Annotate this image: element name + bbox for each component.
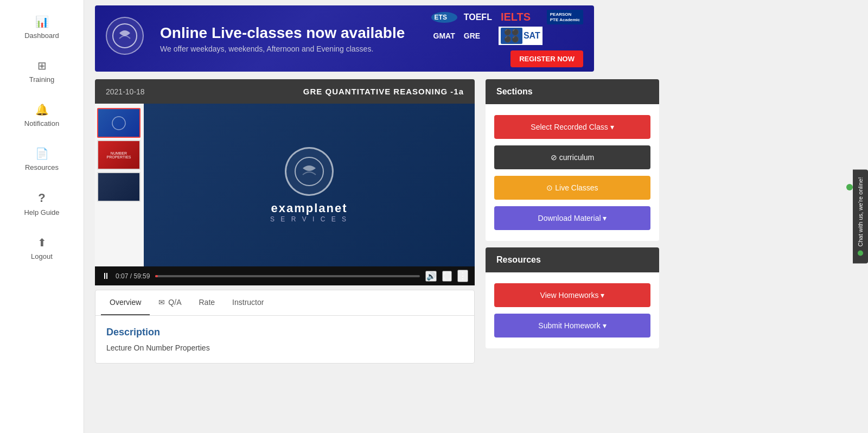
tabs-header: Overview ✉ Q/A Rate Instructor: [95, 290, 474, 316]
pearson-logo: PEARSONPTE Academic: [547, 10, 583, 24]
sidebar-label-logout: Logout: [31, 252, 53, 260]
sidebar-item-notification[interactable]: 🔔 Notification: [0, 93, 84, 137]
video-title: GRE QUANTITATIVE REASONING -1a: [303, 87, 464, 96]
video-player[interactable]: NUMBERPROPERTIES: [95, 104, 475, 266]
sidebar-item-dashboard[interactable]: 📊 Dashboard: [0, 5, 84, 49]
sidebar: 📊 Dashboard ⊞ Training 🔔 Notification 📄 …: [0, 0, 84, 433]
download-material-label: Download Material ▾: [538, 214, 607, 222]
total-time: 59:59: [133, 272, 150, 280]
sidebar-label-notification: Notification: [24, 119, 59, 128]
tab-instructor-label: Instructor: [232, 298, 264, 307]
chat-widget[interactable]: Chat with us, we're online!: [853, 169, 868, 263]
promo-banner: Online Live-classes now available We off…: [95, 5, 594, 72]
current-time: 0:07: [116, 272, 128, 280]
tab-qa[interactable]: ✉ Q/A: [150, 290, 190, 315]
training-icon: ⊞: [37, 59, 47, 72]
examplanet-logo: [106, 17, 144, 55]
live-classes-label: ⊙ Live Classes: [546, 183, 598, 192]
sidebar-item-training[interactable]: ⊞ Training: [0, 49, 84, 93]
chat-widget-label: Chat with us, we're online!: [857, 177, 864, 246]
description-text: Lecture On Number Properties: [106, 343, 463, 352]
thumb-3[interactable]: [97, 172, 141, 202]
play-pause-button[interactable]: ⏸: [101, 271, 110, 281]
mail-icon: ✉: [158, 298, 165, 307]
dashboard-icon: 📊: [35, 15, 49, 28]
sat-logo: ⚫⚫⚫⚫ SAT: [499, 27, 542, 45]
gre-logo: GRE: [462, 30, 494, 41]
main-content: Online Live-classes now available We off…: [84, 0, 868, 433]
sections-body: Select Recorded Class ▾ ⊘ curriculum ⊙ L…: [486, 104, 659, 241]
content-area: 2021-10-18 GRE QUANTITATIVE REASONING -1…: [95, 79, 857, 428]
select-recorded-button[interactable]: Select Recorded Class ▾: [494, 115, 650, 139]
ep-brand-text: examplanet: [271, 201, 347, 215]
examplanet-logo-video: examplanet S E R V I C E S: [270, 147, 348, 223]
chat-online-dot: [846, 184, 853, 190]
ets-logo: ETS: [431, 12, 457, 23]
resources-box: Resources View Homeworks ▾ Submit Homewo…: [486, 247, 659, 348]
tab-qa-label: Q/A: [168, 298, 181, 307]
tab-rate-label: Rate: [199, 298, 215, 307]
ep-logo-svg: [293, 155, 326, 188]
ielts-logo: IELTS: [499, 10, 542, 24]
exam-logos: ETS TOEFL IELTS PEARSONPTE Academic GMAT…: [431, 10, 583, 45]
progress-bar[interactable]: [155, 275, 420, 277]
logout-icon: ⬆: [37, 236, 47, 249]
ep-services-text: S E R V I C E S: [270, 215, 348, 223]
register-now-button[interactable]: REGISTER NOW: [510, 50, 583, 67]
video-date: 2021-10-18: [106, 87, 145, 96]
thumb-2-inner: NUMBERPROPERTIES: [98, 141, 139, 169]
tabs-area: Overview ✉ Q/A Rate Instructor Descripti…: [95, 290, 475, 364]
tab-overview[interactable]: Overview: [101, 290, 150, 315]
logo-svg: [111, 22, 138, 49]
video-header: 2021-10-18 GRE QUANTITATIVE REASONING -1…: [95, 79, 475, 104]
sidebar-item-resources[interactable]: 📄 Resources: [0, 137, 84, 181]
banner-subtitle: We offer weekdays, weekends, Afternoon a…: [160, 44, 431, 53]
right-sidebar: Sections Select Recorded Class ▾ ⊘ curri…: [486, 79, 659, 428]
banner-text: Online Live-classes now available We off…: [160, 24, 431, 53]
description-title: Description: [106, 327, 463, 338]
svg-point-1: [112, 117, 125, 130]
banner-logo: [106, 17, 149, 60]
toefl-logo: TOEFL: [462, 11, 494, 23]
gmat-logo: GMAT: [431, 30, 457, 41]
resources-body: View Homeworks ▾ Submit Homework ▾: [486, 272, 659, 348]
more-options-button[interactable]: ⋮: [457, 270, 468, 282]
tabs-content: Description Lecture On Number Properties: [95, 316, 474, 363]
curriculum-label: ⊘ curriculum: [551, 153, 594, 162]
resources-header: Resources: [486, 247, 659, 272]
thumb-1[interactable]: [97, 108, 141, 138]
progress-fill: [155, 275, 158, 277]
sidebar-label-help: Help Guide: [24, 208, 59, 217]
curriculum-button[interactable]: ⊘ curriculum: [494, 145, 650, 169]
video-main: examplanet S E R V I C E S: [144, 104, 475, 266]
view-homeworks-label: View Homeworks ▾: [540, 291, 605, 300]
thumb-1-inner: [98, 109, 139, 137]
banner-title: Online Live-classes now available: [160, 24, 431, 42]
fullscreen-button[interactable]: ⛶: [442, 271, 452, 282]
download-material-button[interactable]: Download Material ▾: [494, 206, 650, 230]
help-icon: ?: [38, 191, 45, 205]
thumb-3-inner: [98, 173, 139, 201]
submit-homework-button[interactable]: Submit Homework ▾: [494, 314, 650, 338]
tab-instructor[interactable]: Instructor: [224, 290, 272, 315]
sidebar-item-help-guide[interactable]: ? Help Guide: [0, 181, 84, 226]
submit-homework-label: Submit Homework ▾: [538, 321, 606, 330]
sections-box: Sections Select Recorded Class ▾ ⊘ curri…: [486, 79, 659, 241]
video-thumbnail: NUMBERPROPERTIES: [95, 104, 475, 266]
sidebar-item-logout[interactable]: ⬆ Logout: [0, 226, 84, 270]
video-section: 2021-10-18 GRE QUANTITATIVE REASONING -1…: [95, 79, 475, 428]
tab-overview-label: Overview: [110, 298, 141, 307]
video-controls: ⏸ 0:07 / 59:59 🔊 ⛶ ⋮: [95, 266, 475, 285]
video-time: 0:07 / 59:59: [116, 272, 150, 280]
thumbnail-strip: NUMBERPROPERTIES: [95, 104, 144, 266]
live-classes-button[interactable]: ⊙ Live Classes: [494, 176, 650, 200]
sidebar-label-training: Training: [29, 75, 54, 84]
volume-button[interactable]: 🔊: [425, 271, 437, 282]
view-homeworks-button[interactable]: View Homeworks ▾: [494, 283, 650, 307]
sidebar-label-dashboard: Dashboard: [24, 31, 59, 40]
sidebar-label-resources: Resources: [25, 163, 59, 171]
select-recorded-label: Select Recorded Class ▾: [531, 123, 614, 131]
tab-rate[interactable]: Rate: [190, 290, 224, 315]
resources-icon: 📄: [35, 147, 49, 160]
thumb-2[interactable]: NUMBERPROPERTIES: [97, 140, 141, 170]
